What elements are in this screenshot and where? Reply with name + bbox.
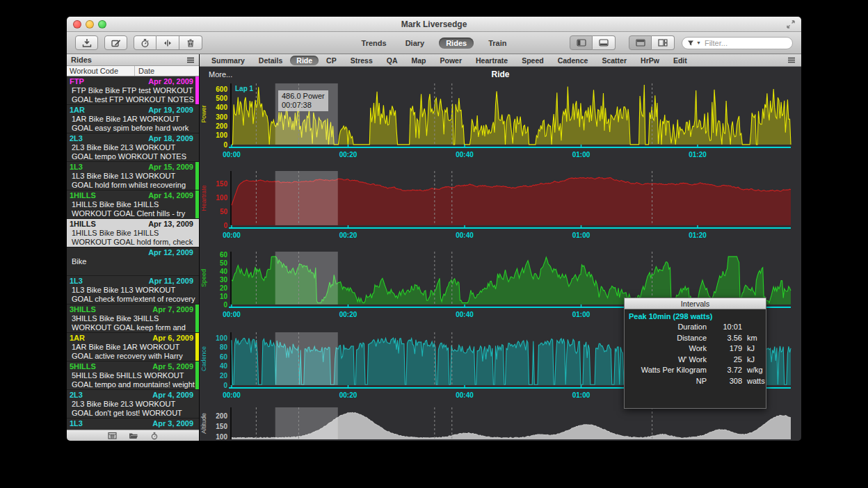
tab-scatter[interactable]: Scatter [595,56,633,65]
toggle-sidebar-button[interactable] [570,35,593,50]
tab-heartrate[interactable]: Heartrate [469,56,514,65]
svg-text:00:00: 00:00 [223,311,241,318]
column-date[interactable]: Date [135,67,154,75]
altitude-chart[interactable]: 100150200Altitude [200,407,801,441]
lap-marker-label: Lap 1 [235,85,254,92]
download-button[interactable] [75,35,98,50]
sidebar-menu-icon[interactable] [186,57,195,63]
fullscreen-icon[interactable] [786,19,796,29]
nav-diary[interactable]: Diary [401,38,429,49]
stopwatch-icon [140,38,150,48]
metric-value: 179 [712,343,742,355]
close-button[interactable] [73,20,81,29]
tabbar-menu-icon[interactable] [787,57,796,63]
minimize-button[interactable] [86,20,94,29]
ride-date: Apr 7, 2009 [152,305,193,314]
metric-label: Duration [629,322,707,333]
svg-text:600: 600 [216,86,227,93]
intervals-popup[interactable]: Intervals Peak 10min (298 watts) Duratio… [624,298,766,409]
ride-date: Apr 12, 2009 [148,248,193,257]
sidebar-column-headers[interactable]: Workout Code Date [67,66,199,76]
ride-tools-group [134,35,202,50]
tab-hrpw[interactable]: HrPw [634,56,666,65]
ride-list-item[interactable]: 1AR Apr 19, 2009 1AR Bike Bike 1AR WORKO… [67,105,199,133]
svg-text:00:00: 00:00 [223,391,241,399]
delete-ride-button[interactable] [179,35,202,50]
interval-metric-row: Duration 10:01 [629,322,762,333]
ride-chart-panel: More... Ride 0100200300400500600Power00:… [200,67,801,441]
nav-rides[interactable]: Rides [439,38,474,49]
svg-text:Speed: Speed [200,269,207,287]
panel-toggle-group [570,35,616,50]
tab-summary[interactable]: Summary [205,56,251,65]
edit-ride-button[interactable] [104,35,127,50]
ride-list-item[interactable]: 1L3 Apr 3, 2009 [67,418,199,430]
svg-text:00:00: 00:00 [223,151,241,158]
metric-label: Work [629,343,707,355]
column-workout-code[interactable]: Workout Code [67,66,135,76]
tab-power[interactable]: Power [434,56,469,65]
metric-unit: km [747,333,762,344]
ride-description-line1: 2L3 Bike Bike 2L3 WORKOUT [70,143,196,152]
interval-metric-row: W' Work 25 kJ [629,355,762,366]
filter-input[interactable] [703,38,801,48]
svg-text:00:40: 00:40 [456,311,474,318]
tab-map[interactable]: Map [405,56,433,65]
ride-color-bar [195,333,199,361]
toggle-bottombar-button[interactable] [593,35,616,50]
tab-ride[interactable]: Ride [290,56,319,65]
tab-stress[interactable]: Stress [344,56,379,65]
tab-edit[interactable]: Edit [667,56,693,65]
nav-trends[interactable]: Trends [357,38,391,49]
ride-date: Apr 13, 2009 [148,220,193,229]
ride-date: Apr 19, 2009 [148,106,193,115]
ride-list-item[interactable]: 2L3 Apr 18, 2009 2L3 Bike Bike 2L3 WORKO… [67,133,199,162]
ride-list-item[interactable]: 2L3 Apr 4, 2009 2L3 Bike Bike 2L3 WORKOU… [67,390,199,418]
svg-text:0: 0 [223,222,227,229]
ride-list-item[interactable]: FTP Apr 20, 2009 FTP Bike Bike FTP test … [67,76,199,105]
heartrate-chart[interactable]: 050100150Heartrate00:0000:2000:4001:0001… [200,171,801,243]
ride-workout-code: FTP [70,77,84,86]
metric-value: 308 [712,376,742,387]
svg-text:200: 200 [216,412,227,420]
ride-list-item[interactable]: 1AR Apr 6, 2009 1AR Bike Bike 1AR WORKOU… [67,333,199,361]
ride-list-item[interactable]: 1HILLS Apr 14, 2009 1HILLS Bike Bike 1HI… [67,190,199,219]
ride-list-item[interactable]: 3HILLS Apr 7, 2009 3HILLS Bike Bike 3HIL… [67,304,199,333]
folder-icon[interactable] [129,432,138,439]
metric-unit: w/kg [747,365,763,376]
tab-details[interactable]: Details [252,56,289,65]
stopwatch-small-icon[interactable] [150,432,159,440]
metric-unit [747,322,762,333]
interval-button[interactable] [134,35,156,50]
tab-cp[interactable]: CP [320,56,343,65]
sidebar-title: Rides [71,56,186,64]
intervals-popup-title[interactable]: Intervals [625,298,766,309]
ride-list-item[interactable]: 5HILLS Apr 5, 2009 5HILLS Bike 5HILLS WO… [67,361,199,390]
ride-list-item[interactable]: 1L3 Apr 11, 2009 1L3 Bike Bike 1L3 WORKO… [67,276,199,304]
tab-qa[interactable]: QA [380,56,404,65]
tiled-view-button[interactable] [652,35,675,50]
ride-list-item[interactable]: 1L3 Apr 15, 2009 1L3 Bike Bike 1L3 WORKO… [67,162,199,190]
ride-list[interactable]: FTP Apr 20, 2009 FTP Bike Bike FTP test … [67,76,199,430]
nav-train[interactable]: Train [484,38,511,49]
intervals-popup-body: Peak 10min (298 watts) Duration 10:01 Di… [625,309,766,389]
calendar-icon[interactable] [108,432,117,439]
ride-date: Apr 14, 2009 [148,191,193,200]
ride-list-item[interactable]: 1HILLS Apr 13, 2009 1HILLS Bike Bike 1HI… [67,219,199,247]
svg-text:400: 400 [216,104,227,111]
split-ride-button[interactable] [156,35,179,50]
filter-field[interactable]: ▼ [682,37,793,49]
ride-list-item[interactable]: Apr 12, 2009 Bike [67,247,199,276]
ride-date: Apr 5, 2009 [152,362,193,371]
tab-speed[interactable]: Speed [515,56,550,65]
svg-text:40: 40 [220,362,228,370]
title-bar[interactable]: Mark Liversedge [67,17,801,32]
single-view-button[interactable] [629,35,652,50]
svg-text:100: 100 [216,194,227,202]
zoom-button[interactable] [98,20,106,29]
filter-dropdown-caret[interactable]: ▼ [696,40,701,45]
ride-description-line2: GOAL don't get lost! WORKOUT [70,409,196,418]
ride-workout-code: 3HILLS [70,305,96,314]
window-controls [73,20,106,29]
tab-cadence[interactable]: Cadence [552,56,595,65]
